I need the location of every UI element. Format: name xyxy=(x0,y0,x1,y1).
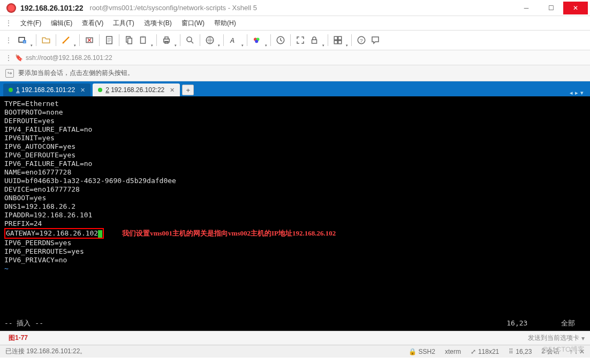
separator xyxy=(223,34,224,46)
help-button[interactable]: ? xyxy=(355,34,368,47)
properties-button[interactable] xyxy=(103,34,116,47)
status-dot-icon xyxy=(98,88,102,92)
print-button[interactable] xyxy=(160,34,173,47)
terminal-line: NAME=eno16777728 xyxy=(4,168,586,177)
forum-button[interactable] xyxy=(369,34,382,47)
separator xyxy=(56,34,56,46)
tab-prev-icon[interactable]: ◂ xyxy=(570,89,573,96)
font-button[interactable]: A xyxy=(227,34,240,47)
terminal-line: DEVICE=eno16777728 xyxy=(4,185,586,194)
terminal-status: -- 插入 --16,23 全部 xyxy=(4,319,586,328)
title-path: root@vms001:/etc/sysconfig/network-scrip… xyxy=(90,4,257,12)
terminal-line: IPADDR=192.168.26.101 xyxy=(4,211,586,219)
terminal-line: UUID=bf04663b-1a32-4632-9690-d5b29dafd0e… xyxy=(4,177,586,185)
reconnect-button[interactable] xyxy=(59,34,72,47)
send-target[interactable]: 发送到当前选项卡 ▾ xyxy=(528,333,585,343)
annotation-text: 我们设置vms001主机的网关是指向vms002主机的IP地址192.168.2… xyxy=(122,229,336,237)
separator xyxy=(247,34,247,46)
paste-button[interactable] xyxy=(137,34,149,47)
svg-rect-9 xyxy=(142,36,145,38)
terminal-line-highlighted: GATEWAY=192.168.26.102我们设置vms001主机的网关是指向… xyxy=(4,228,586,239)
window-buttons: ─ ☐ ✕ xyxy=(514,2,588,14)
dropdown-icon[interactable]: ▾ xyxy=(241,43,244,48)
status-term: xterm xyxy=(445,348,461,355)
terminal-line: IPV6_AUTOCONF=yes xyxy=(4,142,586,151)
titlebar: 192.168.26.101:22 root@vms001:/etc/sysco… xyxy=(0,0,590,16)
separator xyxy=(79,34,80,46)
svg-point-18 xyxy=(255,40,258,43)
menu-tab[interactable]: 选项卡(B) xyxy=(140,18,176,29)
dropdown-icon[interactable]: ▾ xyxy=(218,43,220,48)
encoding-button[interactable] xyxy=(203,34,216,47)
dropdown-icon[interactable]: ▾ xyxy=(74,43,76,48)
terminal-line: IPV6INIT=yes xyxy=(4,134,586,142)
terminal-line: ONBOOT=yes xyxy=(4,194,586,202)
menu-grip-icon: ⋮ xyxy=(5,19,12,27)
svg-rect-11 xyxy=(165,37,168,39)
hint-text: 要添加当前会话，点击左侧的箭头按钮。 xyxy=(18,69,134,78)
history-button[interactable] xyxy=(274,34,287,47)
separator xyxy=(328,34,328,46)
maximize-button[interactable]: ☐ xyxy=(539,2,563,14)
title-host: 192.168.26.101:22 xyxy=(20,4,84,12)
tab-add-button[interactable]: + xyxy=(182,85,194,95)
separator xyxy=(36,34,36,46)
addressbar-grip-icon: ⋮ xyxy=(5,54,12,62)
svg-text:+: + xyxy=(24,40,26,43)
copy-button[interactable] xyxy=(123,34,135,47)
dropdown-icon[interactable]: ▾ xyxy=(581,335,585,342)
tab-nav: ◂ ▸ ▾ xyxy=(570,89,587,96)
new-session-button[interactable]: + xyxy=(16,34,29,47)
find-button[interactable] xyxy=(184,34,196,47)
dropdown-icon[interactable]: ▾ xyxy=(346,43,348,48)
menu-window[interactable]: 窗口(W) xyxy=(177,18,209,29)
menu-view[interactable]: 查看(V) xyxy=(78,18,108,29)
status-sessions: 2 会话 xyxy=(541,347,559,356)
close-button[interactable]: ✕ xyxy=(563,2,588,14)
tab-next-icon[interactable]: ▸ xyxy=(575,89,578,96)
tab-close-icon[interactable]: ✕ xyxy=(170,87,175,94)
statusbar: 已连接 192.168.26.101:22。 🔒 SSH2 xterm ⤢ 11… xyxy=(0,345,590,358)
dropdown-icon[interactable]: ▾ xyxy=(322,43,324,48)
svg-rect-22 xyxy=(338,36,342,40)
svg-rect-20 xyxy=(312,40,317,43)
terminal[interactable]: TYPE=EthernetBOOTPROTO=noneDEFROUTE=yesI… xyxy=(0,96,590,331)
hint-arrow-icon[interactable]: ↪ xyxy=(5,69,14,78)
tab-label: 2 192.168.26.102:22 xyxy=(105,86,164,94)
menu-file[interactable]: 文件(F) xyxy=(16,18,46,29)
menu-help[interactable]: 帮助(H) xyxy=(210,18,240,29)
dropdown-icon[interactable]: ▾ xyxy=(31,43,33,48)
svg-text:A: A xyxy=(230,37,235,44)
tile-button[interactable] xyxy=(331,34,344,47)
minimize-button[interactable]: ─ xyxy=(514,2,539,14)
address-url[interactable]: ssh://root@192.168.26.101:22 xyxy=(26,54,112,62)
tab-active[interactable]: 1 192.168.26.101:22 ✕ xyxy=(3,84,90,96)
status-proto: 🔒 SSH2 xyxy=(409,348,435,355)
open-button[interactable] xyxy=(40,34,52,47)
fullscreen-button[interactable] xyxy=(294,34,307,47)
lock-button[interactable] xyxy=(308,34,321,47)
app-icon xyxy=(6,3,16,13)
separator xyxy=(351,34,352,46)
tab-inactive[interactable]: 2 192.168.26.102:22 ✕ xyxy=(93,84,180,96)
terminal-line: IPV6_DEFROUTE=yes xyxy=(4,151,586,160)
status-nav[interactable]: ↑ ↓ ✕ xyxy=(569,348,585,355)
separator xyxy=(180,34,180,46)
svg-text:?: ? xyxy=(360,37,363,43)
svg-point-13 xyxy=(187,37,192,42)
tab-close-icon[interactable]: ✕ xyxy=(80,87,85,94)
menu-tools[interactable]: 工具(T) xyxy=(109,18,138,29)
terminal-line: IPV6_PEERROUTES=yes xyxy=(4,247,586,256)
tab-menu-icon[interactable]: ▾ xyxy=(580,89,584,96)
dropdown-icon[interactable]: ▾ xyxy=(175,43,177,48)
svg-point-3 xyxy=(63,42,64,43)
dropdown-icon[interactable]: ▾ xyxy=(151,43,153,48)
addressbar: ⋮ 🔖 ssh://root@192.168.26.101:22 xyxy=(0,50,590,65)
disconnect-button[interactable] xyxy=(83,34,96,47)
svg-rect-21 xyxy=(334,36,337,40)
terminal-line: TYPE=Ethernet xyxy=(4,100,586,108)
menu-edit[interactable]: 编辑(E) xyxy=(47,18,77,29)
dropdown-icon[interactable]: ▾ xyxy=(265,43,267,48)
color-scheme-button[interactable] xyxy=(251,34,263,47)
bookmark-icon[interactable]: 🔖 xyxy=(15,54,22,62)
